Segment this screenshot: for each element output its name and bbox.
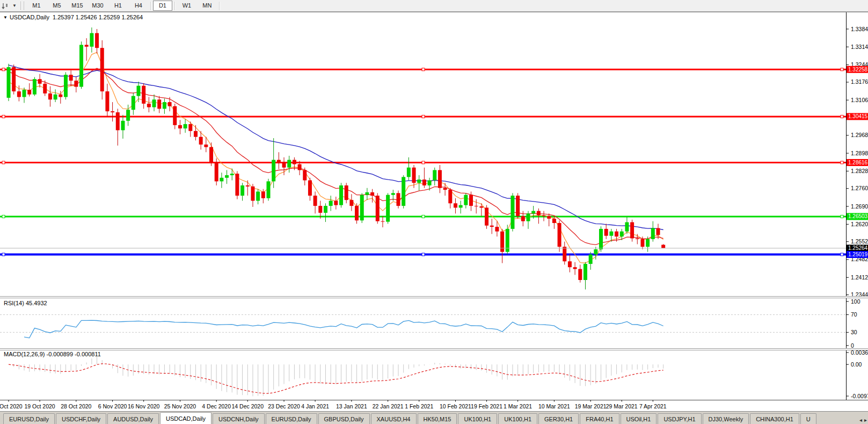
tab-scroll-buttons: ◂ ▸ (859, 417, 867, 423)
tab-u[interactable]: U (800, 413, 816, 424)
pane-separator-macd[interactable] (0, 348, 868, 350)
hline-handle[interactable] (422, 215, 425, 218)
timeframe-button-h4[interactable]: H4 (129, 1, 148, 11)
timeframe-button-m15[interactable]: M15 (68, 1, 87, 11)
svg-text:0.00: 0.00 (851, 361, 862, 368)
rsi-axis: 10070300 (847, 298, 860, 349)
timeframe-button-m30[interactable]: M30 (88, 1, 107, 11)
hline-handle[interactable] (2, 115, 5, 118)
svg-text:13 Jan 2021: 13 Jan 2021 (336, 403, 367, 409)
hline-handle[interactable] (841, 115, 843, 118)
hline-handle[interactable] (422, 253, 425, 256)
svg-text:1.28980: 1.28980 (851, 150, 868, 156)
toolbar-separator (150, 2, 151, 10)
timeframe-button-d1[interactable]: D1 (153, 1, 172, 11)
hline-handle[interactable] (2, 161, 5, 164)
symbol-caret-icon: ▼ (3, 15, 8, 20)
hline-handle[interactable] (841, 253, 843, 256)
svg-text:1.33840: 1.33840 (851, 26, 868, 32)
hline-handle[interactable] (2, 215, 5, 218)
svg-text:4 Jan 2021: 4 Jan 2021 (301, 403, 329, 409)
tab-scroll-left-icon[interactable]: ◂ (859, 417, 862, 423)
svg-text:1.30415: 1.30415 (848, 113, 868, 119)
timeframe-button-m5[interactable]: M5 (47, 1, 67, 11)
svg-text:29 Mar 2021: 29 Mar 2021 (606, 403, 638, 409)
candlestick-tool-icon (2, 2, 9, 10)
svg-text:1 Mar 2021: 1 Mar 2021 (504, 403, 532, 409)
hline-handle[interactable] (841, 215, 843, 218)
main-price-pane (0, 27, 846, 289)
svg-text:1.25264: 1.25264 (848, 245, 868, 251)
svg-text:28 Oct 2020: 28 Oct 2020 (61, 403, 91, 409)
macd-axis: 0.0036650.00-0.00973 (847, 349, 868, 399)
hline-handle[interactable] (422, 68, 425, 71)
tab-uk100-h1[interactable]: UK100,H1 (458, 413, 497, 424)
date-axis[interactable]: 9 Oct 202019 Oct 202028 Oct 20206 Nov 20… (0, 400, 667, 410)
tab-uk100-h1[interactable]: UK100,H1 (498, 413, 537, 424)
toolbar-separator (174, 2, 175, 10)
toolbar-grip[interactable] (20, 2, 24, 10)
svg-text:1.33140: 1.33140 (851, 44, 868, 50)
svg-text:30: 30 (851, 329, 857, 335)
svg-text:1.25019: 1.25019 (848, 251, 868, 257)
caret-down-icon[interactable]: ▼ (11, 0, 18, 11)
chart-type-icon[interactable] (0, 0, 11, 11)
tab-fra40-h1[interactable]: FRA40,H1 (580, 413, 619, 424)
hline-handle[interactable] (2, 253, 5, 256)
hline-handle[interactable] (2, 68, 5, 71)
hline-handle[interactable] (422, 161, 425, 164)
tab-china300-h1[interactable]: CHINA300,H1 (750, 413, 799, 424)
svg-text:1.26200: 1.26200 (851, 221, 868, 227)
svg-text:22 Jan 2021: 22 Jan 2021 (373, 403, 404, 409)
tab-xauusd-h4[interactable]: XAUUSD,H4 (371, 413, 417, 424)
svg-text:9 Oct 2020: 9 Oct 2020 (0, 403, 23, 409)
hline-handle[interactable] (841, 68, 843, 71)
svg-text:10 Mar 2021: 10 Mar 2021 (538, 403, 570, 409)
timeframe-button-mn[interactable]: MN (198, 1, 217, 11)
svg-text:1.24120: 1.24120 (851, 274, 868, 281)
chart-tab-bar: EURUSD,DailyUSDCHF,DailyAUDUSD,DailyUSDC… (0, 411, 868, 424)
svg-text:1.27600: 1.27600 (851, 185, 868, 191)
symbol-name: USDCAD,Daily (10, 14, 49, 20)
svg-text:14 Dec 2020: 14 Dec 2020 (232, 403, 264, 409)
svg-text:1.29680: 1.29680 (851, 132, 868, 138)
tab-audusd-daily[interactable]: AUDUSD,Daily (107, 413, 159, 424)
timeframe-button-m1[interactable]: M1 (27, 1, 46, 11)
rsi-pane (0, 315, 846, 338)
rsi-line (24, 320, 663, 338)
ohlc-values: 1.25397 1.25426 1.25259 1.25264 (53, 14, 143, 20)
tab-hk50-m15[interactable]: HK50,M15 (418, 413, 457, 424)
tab-ger30-h1[interactable]: GER30,H1 (538, 413, 579, 424)
svg-text:1.26503: 1.26503 (848, 213, 868, 219)
hline-handle[interactable] (841, 161, 843, 164)
timeframe-toolbar: ▼ M1M5M15M30H1H4D1W1MN (0, 0, 868, 12)
candles-layer (7, 27, 666, 289)
tab-dj30-weekly[interactable]: DJ30,Weekly (703, 413, 749, 424)
svg-text:4 Dec 2020: 4 Dec 2020 (202, 403, 231, 409)
tab-eurusd-daily[interactable]: EURUSD,Daily (3, 413, 55, 424)
ma-fast-line (9, 52, 663, 263)
toolbar-separator (219, 2, 220, 10)
svg-text:19 Oct 2020: 19 Oct 2020 (24, 403, 55, 409)
svg-text:23 Dec 2020: 23 Dec 2020 (268, 403, 300, 409)
tab-usdcad-daily[interactable]: USDCAD,Daily (160, 412, 211, 424)
price-axis[interactable]: 1.338401.331401.324401.317601.310601.296… (847, 26, 868, 298)
svg-text:7 Apr 2021: 7 Apr 2021 (639, 403, 667, 409)
svg-text:19 Feb 2021: 19 Feb 2021 (471, 403, 502, 409)
svg-text:1.31060: 1.31060 (851, 97, 868, 103)
tab-scroll-right-icon[interactable]: ▸ (864, 417, 867, 423)
tab-eurusd-daily[interactable]: EURUSD,Daily (266, 413, 317, 424)
timeframe-button-w1[interactable]: W1 (177, 1, 196, 11)
pane-separator-rsi[interactable] (0, 296, 868, 298)
timeframe-button-h1[interactable]: H1 (108, 1, 128, 11)
tab-usdcnh-daily[interactable]: USDCNH,Daily (213, 413, 265, 424)
svg-text:19 Mar 2021: 19 Mar 2021 (575, 403, 607, 409)
tab-usoil-h1[interactable]: USOil,H1 (621, 413, 657, 424)
hline-handle[interactable] (422, 115, 425, 118)
svg-text:25 Nov 2020: 25 Nov 2020 (164, 403, 196, 409)
tab-usdchf-daily[interactable]: USDCHF,Daily (56, 413, 106, 424)
tab-gbpusd-daily[interactable]: GBPUSD,Daily (318, 413, 370, 424)
svg-text:1.28616: 1.28616 (848, 160, 868, 166)
tab-usdjpy-h1[interactable]: USDJPY,H1 (658, 413, 701, 424)
svg-text:1.32258: 1.32258 (848, 67, 868, 73)
